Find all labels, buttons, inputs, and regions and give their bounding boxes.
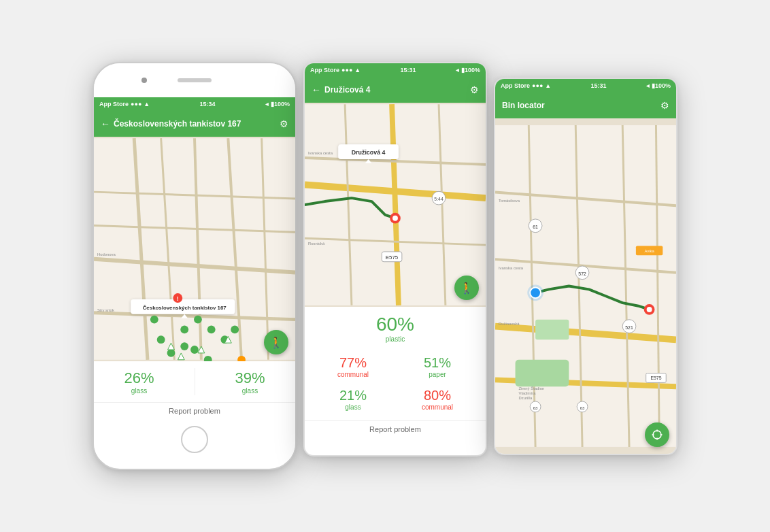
stat-label-1a: glass	[124, 387, 154, 395]
settings-icon-3[interactable]: ⚙	[660, 100, 669, 111]
stat-cell-2c: 21% glass	[312, 384, 395, 415]
home-button-1[interactable]	[181, 426, 208, 453]
stat-label-2a: communal	[314, 371, 392, 378]
svg-point-75	[530, 287, 541, 298]
svg-text:Ružinovská: Ružinovská	[499, 321, 520, 325]
status-bar-3: App Store ●●● ▲ 15:31 ◂ ▮100%	[495, 79, 676, 93]
app-store-label-3: App Store	[501, 82, 530, 89]
phone-2: App Store ●●● ▲ 15:31 ◂ ▮100% ← Družicov…	[303, 62, 487, 456]
svg-text:63: 63	[580, 405, 585, 410]
back-button-2[interactable]: ←	[312, 84, 321, 95]
svg-text:572: 572	[578, 271, 586, 276]
svg-text:63: 63	[533, 405, 538, 410]
map-area-3[interactable]: 61 572 521 E575 Tomásikova Ivanska cesta	[495, 118, 676, 454]
time-3: 15:31	[591, 82, 607, 89]
map-area-1[interactable]: Hodonova Tatranska Pribanova Stry srtok …	[94, 137, 295, 361]
report-bar-2[interactable]: Report problem	[305, 420, 486, 437]
walker-button-2[interactable]: 🚶	[454, 276, 479, 300]
settings-icon-2[interactable]: ⚙	[470, 84, 479, 95]
stat-cell-2b: 51% paper	[396, 351, 479, 382]
svg-text:Ivanska cesta: Ivanska cesta	[308, 151, 333, 155]
app-store-label-1: App Store	[99, 101, 129, 107]
svg-text:Avika: Avika	[644, 249, 654, 253]
svg-text:Československých tankistov 167: Československých tankistov 167	[143, 305, 227, 311]
settings-icon-1[interactable]: ⚙	[280, 118, 288, 129]
svg-text:Vladimíra: Vladimíra	[518, 391, 536, 395]
svg-point-50	[392, 216, 398, 221]
time-2: 15:31	[401, 67, 416, 73]
svg-point-25	[190, 346, 199, 354]
status-right-3: ◂ ▮100%	[646, 82, 671, 89]
app-store-label-2: App Store	[310, 67, 339, 73]
svg-point-23	[207, 325, 216, 333]
stat-cell-2a: 77% communal	[312, 351, 395, 382]
stat-percent-1b: 39%	[235, 369, 265, 387]
phone-bottom-bar-1	[94, 419, 295, 460]
svg-text:!: !	[177, 295, 179, 302]
camera-1	[141, 78, 147, 83]
stat-percent-1a: 26%	[124, 369, 154, 387]
svg-rect-64	[516, 359, 569, 386]
location-button-3[interactable]	[645, 422, 669, 447]
stat-label-1b: glass	[235, 387, 265, 395]
battery-2: ▮100%	[461, 67, 480, 73]
back-button-1[interactable]: ←	[101, 118, 110, 129]
header-title-1: Československých tankistov 167	[114, 119, 280, 129]
svg-text:Dzurilla: Dzurilla	[518, 395, 532, 399]
phone-top-bar-1	[94, 63, 295, 97]
map-svg-3: 61 572 521 E575 Tomásikova Ivanska cesta	[495, 118, 676, 454]
svg-text:Družicová 4: Družicová 4	[352, 149, 386, 156]
svg-point-22	[194, 316, 202, 324]
wifi-icon-1: ▲	[144, 101, 150, 107]
map-svg-2: E575 Družicová 4 5:44 Ivanska cesta Rosn…	[305, 103, 486, 307]
wifi-icon-2: ▲	[354, 67, 361, 73]
svg-text:5:44: 5:44	[434, 197, 443, 201]
main-stat-percent: 60%	[305, 314, 486, 335]
status-left-3: App Store ●●● ▲	[501, 82, 551, 89]
signal-icon-3: ●●●	[532, 82, 543, 89]
map-svg-1: Hodonova Tatranska Pribanova Stry srtok …	[94, 137, 295, 361]
stat-label-2b: paper	[399, 371, 476, 378]
stat-percent-2b: 51%	[399, 355, 476, 371]
svg-text:61: 61	[533, 224, 538, 229]
map-area-2[interactable]: E575 Družicová 4 5:44 Ivanska cesta Rosn…	[305, 103, 486, 307]
status-right-1: ◂ ▮100%	[265, 101, 290, 107]
main-stat-area: 60% plastic	[305, 307, 486, 346]
svg-point-19	[157, 335, 165, 344]
report-bar-1[interactable]: Report problem	[94, 402, 295, 419]
report-label-1: Report problem	[169, 407, 220, 415]
gps-icon-2: ◂	[456, 67, 459, 73]
stat-percent-2a: 77%	[314, 355, 392, 371]
stat-item-1a: 26% glass	[124, 369, 154, 395]
svg-point-29	[180, 342, 188, 350]
wifi-icon-3: ▲	[545, 82, 551, 89]
report-label-2: Report problem	[369, 425, 421, 433]
stat-item-1b: 39% glass	[235, 369, 265, 395]
svg-text:Rosnická: Rosnická	[308, 242, 325, 246]
walker-button-1[interactable]: 🚶	[264, 330, 288, 354]
svg-point-77	[647, 307, 652, 312]
status-bar-1: App Store ●●● ▲ 15:34 ◂ ▮100%	[94, 97, 295, 111]
main-stat-label: plastic	[305, 335, 486, 343]
svg-text:Zimný Štadion: Zimný Štadion	[518, 386, 544, 390]
stats-area-1: 26% glass 39% glass	[94, 361, 295, 402]
svg-rect-65	[535, 319, 569, 339]
svg-point-27	[231, 325, 239, 333]
stat-label-2c: glass	[314, 403, 392, 411]
stat-percent-2c: 21%	[314, 388, 392, 403]
stat-cell-2d: 80% communal	[396, 384, 479, 415]
gps-icon-1: ◂	[265, 101, 269, 107]
svg-text:Tomásikova: Tomásikova	[499, 199, 520, 203]
status-left-2: App Store ●●● ▲	[310, 67, 361, 73]
status-left-1: App Store ●●● ▲	[99, 101, 150, 107]
speaker-1	[178, 78, 212, 82]
stat-divider-1	[195, 368, 195, 395]
phone-1: App Store ●●● ▲ 15:34 ◂ ▮100% ← Českoslo…	[93, 62, 297, 470]
phone-3: App Store ●●● ▲ 15:31 ◂ ▮100% Bin locato…	[494, 78, 677, 455]
signal-icon-2: ●●●	[341, 67, 352, 73]
svg-point-21	[167, 349, 175, 357]
svg-point-20	[180, 325, 188, 333]
svg-text:Ivanska cesta: Ivanska cesta	[499, 265, 524, 269]
app-header-3: Bin locator ⚙	[495, 93, 676, 118]
svg-point-28	[150, 316, 158, 324]
